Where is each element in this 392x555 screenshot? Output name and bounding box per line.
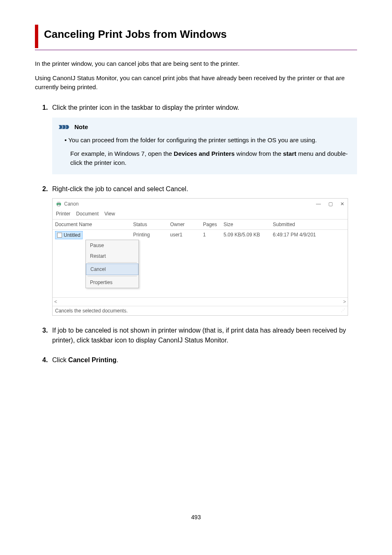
step4-suffix: .: [116, 356, 118, 363]
svg-rect-5: [58, 204, 60, 206]
page-title: Canceling Print Jobs from Windows: [44, 25, 357, 48]
step-text: Right-click the job to cancel and select…: [52, 184, 188, 194]
status-bar: Cancels the selected documents. ⋰: [53, 306, 348, 315]
step-text: Click the printer icon in the taskbar to…: [52, 103, 239, 113]
note-sub-mid: window from the: [235, 150, 283, 157]
ctx-cancel[interactable]: Cancel: [86, 264, 138, 275]
job-owner: user1: [170, 231, 203, 239]
svg-rect-4: [58, 201, 60, 203]
note-bullet: You can proceed from the folder for conf…: [65, 136, 350, 145]
step-text: Click Cancel Printing.: [52, 355, 118, 365]
job-size: 5.09 KB/5.09 KB: [224, 231, 273, 239]
step-number: 1.: [42, 103, 52, 113]
job-pages: 1: [203, 231, 224, 239]
job-submitted: 6:49:17 PM 4/9/201: [273, 231, 343, 239]
col-status[interactable]: Status: [133, 221, 170, 228]
menu-view[interactable]: View: [104, 210, 115, 217]
context-menu: Pause Restart Cancel Properties: [85, 240, 139, 288]
title-underline: [35, 50, 357, 50]
window-title: Canon: [64, 200, 78, 208]
step-number: 2.: [42, 184, 52, 194]
ctx-properties[interactable]: Properties: [86, 277, 138, 288]
scroll-left-icon[interactable]: <: [54, 298, 57, 305]
svg-marker-2: [65, 125, 69, 129]
ctx-separator: [88, 262, 137, 263]
svg-marker-1: [62, 125, 66, 129]
steps-list: 1. Click the printer icon in the taskbar…: [35, 103, 357, 365]
note-box: Note You can proceed from the folder for…: [52, 118, 357, 174]
col-submitted[interactable]: Submitted: [273, 221, 343, 228]
menu-printer[interactable]: Printer: [56, 210, 70, 217]
job-name: Untitled: [64, 231, 81, 239]
col-document-name[interactable]: Document Name: [55, 221, 133, 228]
resize-grip-icon[interactable]: ⋰: [341, 307, 345, 313]
ctx-separator: [88, 276, 137, 276]
column-headers[interactable]: Document Name Status Owner Pages Size Su…: [53, 219, 348, 229]
close-button[interactable]: ✕: [340, 200, 344, 208]
horizontal-scrollbar[interactable]: < >: [53, 297, 348, 306]
minimize-button[interactable]: —: [316, 200, 321, 208]
intro-paragraph-1: In the printer window, you can cancel jo…: [35, 59, 357, 69]
menu-document[interactable]: Document: [76, 210, 99, 217]
note-arrow-icon: [59, 124, 72, 130]
scroll-right-icon[interactable]: >: [343, 298, 346, 305]
svg-marker-0: [59, 125, 62, 129]
status-text: Cancels the selected documents.: [55, 308, 128, 314]
col-owner[interactable]: Owner: [170, 221, 203, 228]
ctx-pause[interactable]: Pause: [86, 240, 138, 251]
step4-prefix: Click: [52, 356, 68, 363]
step-number: 3.: [42, 326, 52, 345]
printer-queue-window: Canon — ▢ ✕ Printer Document View Docume…: [52, 198, 348, 316]
job-status: Printing: [133, 231, 170, 239]
intro-paragraph-2: Using CanonIJ Status Monitor, you can ca…: [35, 74, 357, 92]
ctx-restart[interactable]: Restart: [86, 251, 138, 261]
note-sub-bold2: start: [283, 150, 297, 157]
note-sub-bold1: Devices and Printers: [174, 150, 235, 157]
col-pages[interactable]: Pages: [203, 221, 224, 228]
note-title: Note: [74, 123, 88, 132]
col-size[interactable]: Size: [224, 221, 273, 228]
note-subtext: For example, in Windows 7, open the Devi…: [65, 149, 350, 168]
page-number: 493: [35, 513, 357, 522]
print-job-row[interactable]: Untitled Printing user1 1 5.09 KB/5.09 K…: [53, 229, 348, 240]
printer-icon: [56, 201, 62, 207]
step4-bold: Cancel Printing: [68, 356, 116, 363]
window-titlebar[interactable]: Canon — ▢ ✕: [53, 199, 348, 209]
maximize-button[interactable]: ▢: [328, 200, 333, 208]
step-number: 4.: [42, 355, 52, 365]
document-icon: [57, 233, 62, 238]
step-text: If job to be canceled is not shown in pr…: [52, 326, 357, 345]
note-sub-before: For example, in Windows 7, open the: [70, 150, 174, 157]
